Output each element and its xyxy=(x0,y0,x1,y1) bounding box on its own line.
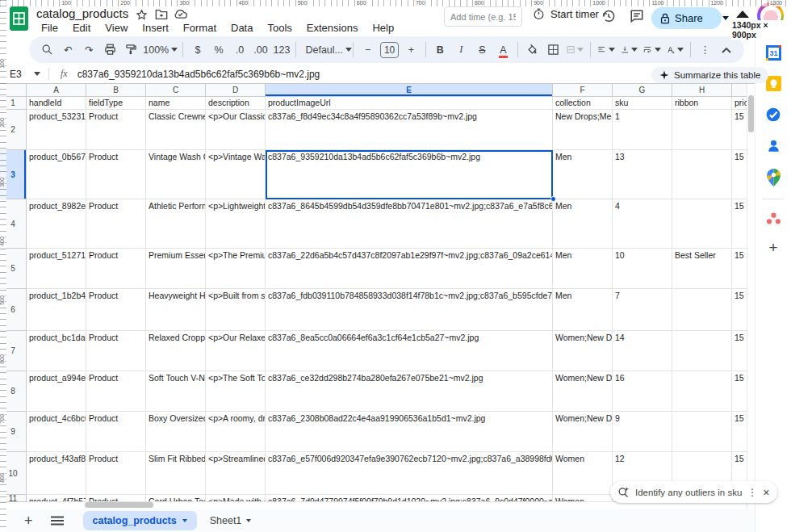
cell-B11[interactable]: Product xyxy=(86,495,146,502)
increase-font-size-button[interactable]: + xyxy=(401,40,421,60)
cell-E3[interactable]: c837a6_9359210da13b4ad5b6c62faf5c369b6b~… xyxy=(266,150,553,199)
cell-E2[interactable]: c837a6_f8d49ec34c8a4f95890362cc7a53f89b~… xyxy=(266,110,553,150)
maps-icon[interactable] xyxy=(767,169,781,186)
chip-more-icon[interactable]: ⋮ xyxy=(747,487,757,498)
font-select[interactable]: Defaul... xyxy=(300,40,349,60)
cell-B10[interactable]: Product xyxy=(86,452,146,495)
cell-G6[interactable]: 7 xyxy=(613,289,672,331)
paint-format-button[interactable] xyxy=(121,40,141,60)
cell-C6[interactable]: Heavyweight Henley xyxy=(146,289,206,331)
chip-close-icon[interactable]: × xyxy=(763,486,769,499)
menu-data[interactable]: Data xyxy=(225,21,258,35)
share-dropdown-caret[interactable] xyxy=(722,16,729,20)
cell-D9[interactable]: <p>A roomy, dropped xyxy=(206,412,266,452)
cell-B9[interactable]: Product xyxy=(86,412,146,452)
cell-I9[interactable]: 15 xyxy=(732,412,747,452)
italic-button[interactable]: I xyxy=(451,40,471,60)
cell-D6[interactable]: <p>Built from sturdy xyxy=(206,289,266,331)
column-header-D[interactable]: D xyxy=(206,84,266,97)
column-header-B[interactable]: B xyxy=(86,84,146,97)
cell-H7[interactable] xyxy=(672,331,732,371)
cell-D10[interactable]: <p>Streamlined silhouette xyxy=(206,452,266,495)
cell-H5[interactable]: Best Seller xyxy=(672,249,732,289)
cell-F2[interactable]: New Drops;Men xyxy=(553,110,613,150)
cell-E6[interactable]: c837a6_fdb039110b784858933d038f14f78b1c~… xyxy=(266,289,553,331)
cell-I7[interactable]: 15 xyxy=(732,331,747,371)
cell-A2[interactable]: product_53231a xyxy=(27,110,86,150)
cell-A9[interactable]: product_4c6bc08 xyxy=(27,412,86,452)
cell-G1[interactable]: sku xyxy=(613,97,672,110)
cell-C1[interactable]: name xyxy=(146,97,206,110)
cell-B7[interactable]: Product xyxy=(86,331,146,371)
cell-D1[interactable]: description xyxy=(206,97,266,110)
tab-dropdown-caret[interactable] xyxy=(246,519,251,522)
decrease-font-size-button[interactable]: − xyxy=(358,40,378,60)
text-color-button[interactable]: A xyxy=(493,40,513,60)
cell-D3[interactable]: <p>Vintage Wash Graphic xyxy=(206,150,266,199)
all-sheets-icon[interactable] xyxy=(51,516,64,526)
cell-A11[interactable]: product_4f7b57 xyxy=(27,495,86,502)
horizontal-align-button[interactable] xyxy=(595,40,617,60)
menu-format[interactable]: Format xyxy=(178,21,222,35)
cell-I4[interactable]: 15 xyxy=(732,199,747,249)
cell-C7[interactable]: Relaxed Cropped Tee xyxy=(146,331,206,371)
formula-input[interactable]: c837a6_9359210da13b4ad5b6c62faf5c369b6b~… xyxy=(77,69,320,80)
cell-H9[interactable] xyxy=(672,412,732,452)
column-header-C[interactable]: C xyxy=(146,84,206,97)
cell-B2[interactable]: Product xyxy=(86,110,146,150)
cell-C3[interactable]: Vintage Wash Graphic xyxy=(146,150,206,199)
cell-B1[interactable]: fieldType xyxy=(86,97,146,110)
cell-G4[interactable]: 4 xyxy=(613,199,672,249)
strikethrough-button[interactable]: S xyxy=(472,40,492,60)
font-size-input[interactable]: 10 xyxy=(380,42,399,58)
cell-H4[interactable] xyxy=(672,199,732,249)
cell-I5[interactable]: 15 xyxy=(732,249,747,289)
spreadsheet-grid[interactable]: ABCDEFGHI1234567891011handleIdfieldTypen… xyxy=(0,84,747,509)
cell-B8[interactable]: Product xyxy=(86,371,146,412)
cell-D8[interactable]: <p>The Soft Touch xyxy=(206,371,266,412)
tasks-icon[interactable] xyxy=(765,107,781,123)
cell-H6[interactable] xyxy=(672,289,732,331)
menu-edit[interactable]: Edit xyxy=(67,21,96,35)
cell-C11[interactable]: Cord Urban Tee xyxy=(146,495,206,502)
cell-F11[interactable]: Women xyxy=(553,495,613,502)
fill-color-button[interactable] xyxy=(522,40,542,60)
cell-C9[interactable]: Boxy Oversized Tee xyxy=(146,412,206,452)
cell-C4[interactable]: Athletic Performance xyxy=(146,199,206,249)
increase-decimal-button[interactable]: .00 xyxy=(250,40,270,60)
cell-F7[interactable]: Women;New Drops xyxy=(553,331,613,371)
cell-F3[interactable]: Men xyxy=(553,150,613,199)
cell-G2[interactable]: 1 xyxy=(613,110,672,150)
collapse-toolbar-button[interactable] xyxy=(716,40,736,60)
cell-B4[interactable]: Product xyxy=(86,199,146,249)
menu-file[interactable]: File xyxy=(36,21,64,35)
cell-A5[interactable]: product_512710 xyxy=(27,249,86,289)
search-icon[interactable] xyxy=(37,40,57,60)
addon-icon[interactable] xyxy=(766,212,781,225)
cell-C5[interactable]: Premium Essential T xyxy=(146,249,206,289)
start-timer-button[interactable]: Start timer xyxy=(533,8,599,20)
version-history-icon[interactable] xyxy=(601,9,616,23)
cell-E5[interactable]: c837a6_22d6a5b4c57d437c8f2097ab1e29f97f~… xyxy=(266,249,553,289)
column-header-I[interactable]: I xyxy=(732,84,747,97)
number-format-button[interactable]: 123 xyxy=(271,40,291,60)
add-sheet-icon[interactable]: + xyxy=(24,513,33,530)
column-header-A[interactable]: A xyxy=(27,84,86,97)
cell-I8[interactable]: 15 xyxy=(732,371,747,412)
keep-icon[interactable] xyxy=(766,76,781,91)
menu-extensions[interactable]: Extensions xyxy=(301,21,364,35)
contacts-icon[interactable] xyxy=(766,138,781,153)
vertical-scrollbar[interactable] xyxy=(747,84,755,509)
column-header-G[interactable]: G xyxy=(613,84,672,97)
cloud-saved-icon[interactable] xyxy=(174,9,187,19)
cell-G7[interactable]: 14 xyxy=(613,331,672,371)
comments-icon[interactable] xyxy=(630,9,644,23)
share-button[interactable]: Share xyxy=(651,7,722,29)
name-box-caret[interactable] xyxy=(34,72,40,76)
more-toolbar-button[interactable]: ⋮ xyxy=(695,40,715,60)
cell-C2[interactable]: Classic Crewneck T xyxy=(146,110,206,150)
cell-C10[interactable]: Slim Fit Ribbed Tee xyxy=(146,452,206,495)
zoom-select[interactable]: 100% xyxy=(142,40,178,60)
cell-E4[interactable]: c837a6_8645b4599db54d359dfe8bb70471e801~… xyxy=(266,199,553,249)
vertical-scrollbar-thumb[interactable] xyxy=(748,95,754,132)
